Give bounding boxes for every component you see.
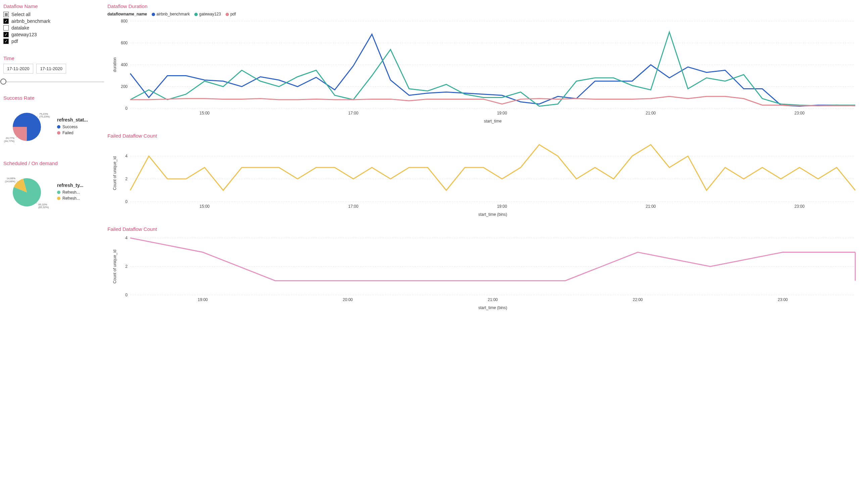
- legend-item-success[interactable]: Success: [57, 124, 88, 129]
- svg-text:start_time (bins): start_time (bins): [478, 212, 507, 217]
- chart-title-failed2: Failed Dataflow Count: [107, 226, 865, 232]
- chart-failed1: Failed Dataflow Count02415:0017:0019:002…: [107, 133, 865, 219]
- svg-text:19:00: 19:00: [497, 204, 507, 209]
- success-legend-title: refresh_stat...: [57, 117, 88, 123]
- svg-text:200: 200: [121, 84, 128, 89]
- legend-item-pdf[interactable]: pdf: [225, 12, 236, 17]
- legend-item-gateway123[interactable]: gateway123: [194, 12, 221, 17]
- filter-dataflow-name: Dataflow Name Select all✓airbnb_benchmar…: [3, 3, 104, 45]
- legend-item-airbnb_benchmark[interactable]: airbnb_benchmark: [152, 12, 190, 17]
- success-rate-title: Success Rate: [3, 95, 104, 101]
- scheduled-pie[interactable]: 85,32%(85,32%)14,68%(14,68%): [3, 169, 50, 216]
- svg-text:2: 2: [125, 177, 128, 181]
- svg-text:0: 0: [125, 293, 128, 297]
- svg-line-3: [16, 136, 17, 138]
- svg-text:400: 400: [121, 62, 128, 67]
- svg-text:23:00: 23:00: [795, 111, 805, 116]
- svg-text:4: 4: [125, 236, 128, 240]
- chart-title-duration: Dataflow Duration: [107, 3, 865, 9]
- checkbox-gateway123[interactable]: ✓gateway123: [3, 32, 104, 37]
- scheduled-ondemand: Scheduled / On demand 85,32%(85,32%)14,6…: [3, 160, 104, 216]
- time-from-input[interactable]: 17-11-2020: [3, 64, 33, 73]
- time-to-input[interactable]: 17-11-2020: [36, 64, 66, 73]
- success-rate-pie[interactable]: 75,23%(75,23%)24,77%(24,77%): [3, 103, 50, 150]
- checkbox-airbnb_benchmark[interactable]: ✓airbnb_benchmark: [3, 19, 104, 24]
- svg-text:85,32%: 85,32%: [38, 203, 47, 206]
- svg-text:19:00: 19:00: [497, 111, 507, 116]
- svg-text:21:00: 21:00: [488, 297, 498, 302]
- svg-text:0: 0: [125, 106, 128, 111]
- svg-text:600: 600: [121, 41, 128, 45]
- filter-time: Time 17-11-2020 17-11-2020: [3, 55, 104, 85]
- svg-text:start_time: start_time: [484, 119, 502, 123]
- svg-text:duration: duration: [113, 57, 117, 72]
- svg-text:(14,68%): (14,68%): [5, 180, 16, 183]
- chart-failed2: Failed Dataflow Count02419:0020:0021:002…: [107, 226, 865, 313]
- svg-text:21:00: 21:00: [646, 111, 656, 116]
- svg-line-9: [17, 181, 18, 182]
- svg-text:Count of unique_id: Count of unique_id: [113, 156, 117, 190]
- pie-slice-failed[interactable]: [13, 127, 27, 141]
- svg-text:17:00: 17:00: [348, 111, 359, 116]
- chart-title-failed1: Failed Dataflow Count: [107, 133, 865, 139]
- svg-text:15:00: 15:00: [200, 204, 210, 209]
- svg-text:Count of unique_id: Count of unique_id: [113, 250, 117, 284]
- svg-text:start_time (bins): start_time (bins): [478, 305, 507, 310]
- chart-canvas-failed1[interactable]: 02415:0017:0019:0021:0023:00start_time (…: [107, 141, 865, 218]
- svg-text:17:00: 17:00: [348, 204, 359, 209]
- success-rate: Success Rate 75,23%(75,23%)24,77%(24,77%…: [3, 95, 104, 150]
- legend-item-refresh...[interactable]: Refresh...: [57, 190, 83, 195]
- svg-text:14,68%: 14,68%: [7, 177, 16, 180]
- svg-text:800: 800: [121, 19, 128, 24]
- checkbox-pdf[interactable]: ✓pdf: [3, 39, 104, 44]
- svg-text:75,23%: 75,23%: [39, 113, 48, 116]
- svg-text:21:00: 21:00: [646, 204, 656, 209]
- svg-text:(75,23%): (75,23%): [39, 115, 50, 118]
- svg-line-6: [36, 203, 37, 204]
- svg-text:19:00: 19:00: [198, 297, 208, 302]
- svg-text:23:00: 23:00: [795, 204, 805, 209]
- sched-title: Scheduled / On demand: [3, 160, 104, 166]
- svg-line-0: [37, 116, 38, 118]
- chart-canvas-failed2[interactable]: 02419:0020:0021:0022:0023:00start_time (…: [107, 235, 865, 312]
- svg-text:(85,32%): (85,32%): [38, 206, 49, 209]
- filter-title-dataflow: Dataflow Name: [3, 3, 104, 9]
- svg-text:22:00: 22:00: [633, 297, 643, 302]
- legend-item-refresh...[interactable]: Refresh...: [57, 196, 83, 201]
- svg-text:(24,77%): (24,77%): [4, 140, 15, 143]
- time-slider[interactable]: [3, 78, 104, 85]
- svg-text:4: 4: [125, 154, 128, 158]
- svg-text:2: 2: [125, 264, 128, 269]
- filter-title-time: Time: [3, 55, 104, 61]
- line-failed[interactable]: [130, 145, 855, 190]
- svg-text:20:00: 20:00: [343, 297, 353, 302]
- checkbox-datalake[interactable]: datalake: [3, 25, 104, 31]
- chart-duration: Dataflow Durationdataflowname_nameairbnb…: [107, 3, 865, 126]
- svg-text:15:00: 15:00: [200, 111, 210, 116]
- chart-canvas-duration[interactable]: 020040060080015:0017:0019:0021:0023:00st…: [107, 18, 865, 125]
- svg-text:23:00: 23:00: [778, 297, 788, 302]
- line-failed2[interactable]: [130, 238, 855, 281]
- line-airbnb_benchmark[interactable]: [130, 34, 855, 106]
- svg-text:0: 0: [125, 200, 128, 204]
- checkbox-select-all[interactable]: Select all: [3, 12, 104, 17]
- svg-text:24,77%: 24,77%: [6, 136, 14, 140]
- legend-item-failed[interactable]: Failed: [57, 130, 88, 135]
- sched-legend-title: refresh_ty...: [57, 183, 83, 188]
